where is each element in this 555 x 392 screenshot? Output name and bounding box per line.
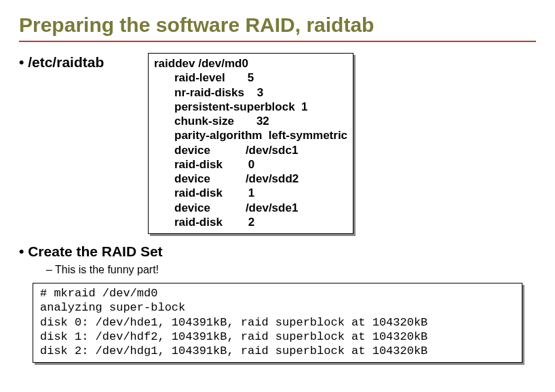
raidtab-line: parity-algorithm left-symmetric (154, 128, 347, 142)
terminal-line: analyzing super-block (40, 300, 515, 315)
raidtab-line: device /dev/sdc1 (154, 143, 347, 157)
terminal-line: disk 2: /dev/hdg1, 104391kB, raid superb… (40, 344, 515, 358)
terminal-line: disk 0: /dev/hde1, 104391kB, raid superb… (40, 315, 515, 330)
terminal-line: # mkraid /dev/md0 (40, 286, 515, 300)
bullet-etc-raidtab: /etc/raidtab (19, 53, 148, 71)
raidtab-config-box: raiddev /dev/md0 raid-level 5nr-raid-dis… (148, 53, 353, 234)
raidtab-line: nr-raid-disks 3 (154, 85, 347, 100)
slide-title: Preparing the software RAID, raidtab (19, 14, 536, 42)
bullet-create-raid-set: Create the RAID Set (19, 243, 536, 260)
sub-funny-part: This is the funny part! (46, 264, 536, 276)
raidtab-line: raid-disk 0 (154, 157, 347, 172)
raidtab-line: raid-disk 2 (154, 215, 347, 229)
raidtab-line: raid-disk 1 (154, 186, 347, 200)
raidtab-line: chunk-size 32 (154, 114, 347, 128)
terminal-output-box: # mkraid /dev/md0analyzing super-blockdi… (33, 283, 522, 363)
raidtab-line: device /dev/sdd2 (154, 172, 347, 186)
terminal-line: disk 1: /dev/hdf2, 104391kB, raid superb… (40, 330, 515, 344)
raidtab-line: persistent-superblock 1 (154, 100, 347, 114)
raidtab-line: device /dev/sde1 (154, 201, 347, 215)
raidtab-row: /etc/raidtab raiddev /dev/md0 raid-level… (19, 53, 536, 234)
raidtab-dev: raiddev /dev/md0 (154, 56, 347, 71)
raidtab-line: raid-level 5 (154, 71, 347, 85)
